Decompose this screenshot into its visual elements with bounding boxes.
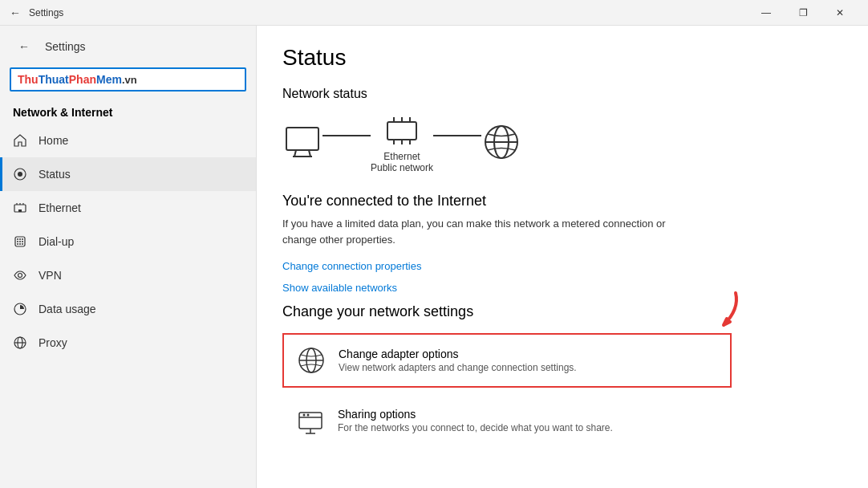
app-body: ← Settings ThuThuatPhanMem.vn Network & … — [0, 26, 868, 488]
svg-line-24 — [309, 150, 310, 157]
title-bar-left: ← Settings — [10, 6, 63, 19]
svg-point-12 — [19, 241, 21, 242]
svg-point-44 — [307, 414, 310, 417]
network-diagram: Ethernet Public network — [282, 114, 842, 173]
brand-thuat: Thuat — [39, 73, 69, 86]
svg-point-9 — [19, 238, 21, 240]
minimize-button[interactable]: — — [748, 0, 785, 26]
sidebar-item-home[interactable]: Home — [0, 124, 256, 157]
sidebar-section-title: Network & Internet — [0, 100, 256, 124]
sidebar-item-status-label: Status — [39, 168, 71, 181]
vpn-icon — [13, 268, 27, 283]
sidebar-item-dialup-label: Dial-up — [39, 235, 74, 248]
title-bar-controls: — ❐ ✕ — [748, 0, 858, 26]
title-bar-title: Settings — [29, 7, 63, 18]
adapter-card-text: Change adapter options View network adap… — [339, 348, 717, 373]
adapter-card-title: Change adapter options — [339, 348, 717, 360]
sidebar-item-ethernet-label: Ethernet — [39, 201, 81, 214]
title-bar: ← Settings — ❐ ✕ — [0, 0, 868, 26]
adapter-card-desc: View network adapters and change connect… — [339, 362, 717, 373]
svg-point-11 — [17, 241, 18, 242]
cards-container: Change adapter options View network adap… — [282, 333, 764, 447]
diagram-globe — [481, 122, 521, 165]
sidebar-item-vpn[interactable]: VPN — [0, 258, 256, 292]
brand-mem: Mem — [96, 73, 122, 86]
diagram-ethernet-label: Ethernet Public network — [371, 151, 433, 173]
minimize-icon: — — [761, 7, 771, 18]
sidebar-item-proxy-label: Proxy — [39, 336, 67, 349]
sidebar-item-datausage-label: Data usage — [39, 303, 96, 315]
brand-banner: ThuThuatPhanMem.vn — [10, 67, 246, 92]
back-arrow-icon: ← — [10, 6, 21, 19]
proxy-icon — [13, 336, 27, 350]
show-networks-link[interactable]: Show available networks — [282, 282, 842, 294]
restore-button[interactable]: ❐ — [785, 0, 821, 26]
sidebar-item-status[interactable]: Status — [0, 157, 256, 191]
brand-phan: Phan — [69, 73, 96, 86]
adapter-icon — [297, 346, 326, 375]
change-connection-link[interactable]: Change connection properties — [282, 260, 842, 272]
svg-point-43 — [303, 414, 306, 417]
sharing-card-desc: For the networks you connect to, decide … — [338, 422, 718, 433]
svg-rect-6 — [18, 209, 22, 212]
svg-point-8 — [17, 238, 18, 240]
sharing-icon — [296, 406, 325, 435]
svg-point-14 — [17, 243, 18, 245]
diagram-line-1 — [322, 135, 371, 136]
svg-line-23 — [294, 150, 296, 157]
brand-text: ThuThuatPhanMem.vn — [18, 73, 137, 86]
svg-point-13 — [22, 241, 23, 242]
change-adapter-card[interactable]: Change adapter options View network adap… — [282, 333, 732, 388]
sharing-options-card[interactable]: Sharing options For the networks you con… — [282, 394, 732, 447]
network-status-label: Network status — [282, 87, 842, 101]
sidebar-item-datausage[interactable]: Data usage — [0, 292, 256, 326]
adapter-svg-icon — [297, 346, 326, 375]
svg-rect-26 — [387, 122, 416, 140]
red-arrow-icon — [683, 285, 748, 349]
dialup-icon — [13, 234, 27, 249]
diagram-router: Ethernet Public network — [371, 114, 433, 173]
sidebar-item-home-label: Home — [39, 134, 68, 147]
home-icon — [13, 133, 27, 148]
sidebar-item-proxy[interactable]: Proxy — [0, 326, 256, 360]
computer-icon — [282, 125, 322, 159]
brand-vn: .vn — [122, 74, 137, 86]
arrow-annotation — [683, 285, 748, 352]
svg-point-15 — [19, 243, 21, 245]
svg-point-16 — [22, 243, 23, 245]
sharing-svg-icon — [296, 406, 325, 435]
status-heading: You're connected to the Internet — [282, 193, 842, 209]
svg-rect-39 — [299, 413, 322, 429]
sidebar-header: ← Settings — [0, 26, 256, 64]
sidebar-app-title: Settings — [45, 40, 86, 53]
sidebar-item-dialup[interactable]: Dial-up — [0, 225, 256, 258]
sidebar: ← Settings ThuThuatPhanMem.vn Network & … — [0, 26, 257, 488]
router-icon — [384, 114, 420, 148]
sharing-card-text: Sharing options For the networks you con… — [338, 408, 718, 433]
ethernet-icon — [13, 201, 27, 215]
sharing-card-title: Sharing options — [338, 408, 718, 421]
brand-thu: Thu — [18, 73, 39, 86]
close-button[interactable]: ✕ — [821, 0, 858, 26]
status-description: If you have a limited data plan, you can… — [282, 216, 700, 247]
datausage-icon — [13, 302, 27, 316]
restore-icon: ❐ — [799, 7, 808, 18]
sidebar-back-button[interactable]: ← — [13, 35, 35, 58]
sidebar-nav: Home Status — [0, 124, 256, 360]
svg-rect-22 — [286, 128, 318, 150]
svg-point-1 — [18, 172, 22, 177]
diagram-computer — [282, 125, 322, 162]
globe-icon — [481, 122, 521, 162]
svg-point-10 — [22, 238, 23, 240]
sidebar-item-ethernet[interactable]: Ethernet — [0, 191, 256, 225]
page-title: Status — [282, 45, 842, 71]
close-icon: ✕ — [836, 7, 844, 18]
main-content: Status Network status — [257, 26, 868, 488]
svg-point-17 — [18, 274, 22, 278]
status-icon — [13, 167, 27, 181]
change-network-title: Change your network settings — [282, 303, 842, 320]
diagram-line-2 — [433, 135, 481, 136]
sidebar-item-vpn-label: VPN — [39, 269, 62, 282]
